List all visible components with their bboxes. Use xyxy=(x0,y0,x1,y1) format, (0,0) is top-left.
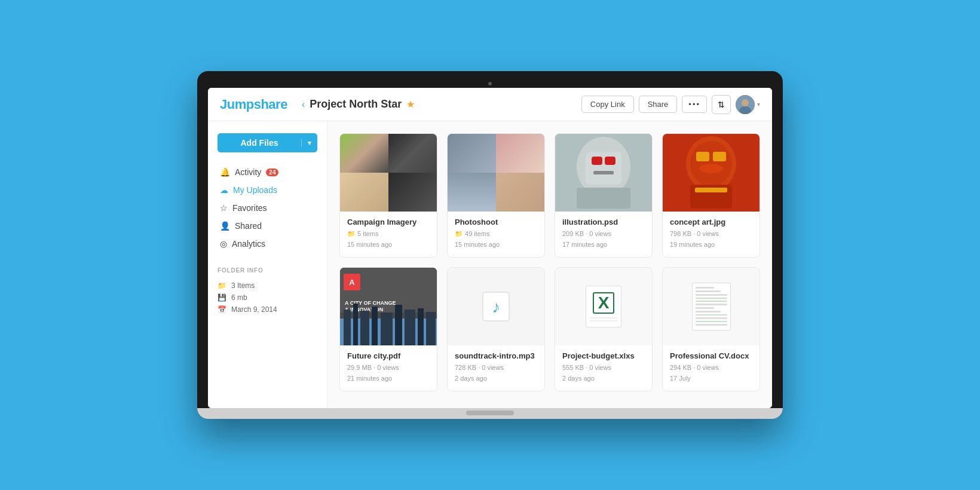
svg-rect-33 xyxy=(426,312,436,345)
sidebar-item-analytics[interactable]: ◎ Analytics xyxy=(218,235,317,253)
svg-text:♪: ♪ xyxy=(492,298,500,316)
cloud-icon: ☁ xyxy=(220,185,228,195)
file-card[interactable]: illustration.psd 209 KB · 0 views 17 min… xyxy=(555,133,653,258)
svg-rect-28 xyxy=(372,307,378,345)
file-thumbnail xyxy=(663,134,760,212)
svg-rect-27 xyxy=(360,311,369,345)
file-thumbnail: X xyxy=(555,268,652,345)
add-files-button[interactable]: Add Files ▾ xyxy=(218,133,317,152)
file-meta: 798 KB · 0 views 19 minutes ago xyxy=(670,229,752,250)
svg-point-15 xyxy=(699,164,723,173)
svg-rect-14 xyxy=(713,152,726,161)
file-thumbnail xyxy=(555,134,652,212)
file-card[interactable]: ♪ soundtrack-intro.mp3 728 KB · 0 views … xyxy=(447,267,545,391)
laptop-base xyxy=(197,408,783,419)
sidebar-item-my-uploads[interactable]: ☁ My Uploads xyxy=(218,181,317,199)
folder-date: March 9, 2014 xyxy=(231,305,277,314)
svg-rect-9 xyxy=(577,188,630,209)
header-actions: Copy Link Share ••• ⇅ ▾ xyxy=(581,95,760,114)
header-breadcrumb: ‹ Project North Star ★ xyxy=(302,98,581,111)
file-card[interactable]: Photoshoot 📁 49 items 15 minutes ago xyxy=(447,133,545,258)
file-name: concept art.jpg xyxy=(670,218,752,226)
doc-file-icon xyxy=(663,268,760,345)
sidebar-item-shared-label: Shared xyxy=(235,221,262,231)
folder-info-date: 📅 March 9, 2014 xyxy=(218,304,317,316)
copy-link-button[interactable]: Copy Link xyxy=(581,96,634,113)
folder-info-items: 📁 3 Items xyxy=(218,280,317,292)
breadcrumb-back-icon[interactable]: ‹ xyxy=(302,99,305,110)
avatar xyxy=(736,95,755,114)
sidebar-item-favorites-label: Favorites xyxy=(232,203,267,213)
bell-icon: 🔔 xyxy=(220,167,230,177)
sidebar-item-favorites[interactable]: ☆ Favorites xyxy=(218,199,317,217)
sidebar-item-activity-label: Activity xyxy=(235,167,261,177)
file-name: Professional CV.docx xyxy=(670,351,752,360)
svg-rect-7 xyxy=(605,157,615,165)
user-avatar-button[interactable]: ▾ xyxy=(736,95,760,114)
file-thumbnail: A A CITY OF CHANGE & INNOVATION xyxy=(340,268,437,345)
more-options-button[interactable]: ••• xyxy=(682,96,707,113)
file-info: Photoshoot 📁 49 items 15 minutes ago xyxy=(448,212,544,257)
file-card[interactable]: Professional CV.docx 294 KB · 0 views 17… xyxy=(662,267,760,391)
excel-file-icon: X xyxy=(555,268,652,345)
svg-rect-30 xyxy=(395,305,402,345)
folder-icon: 📁 xyxy=(218,281,226,290)
sidebar: Add Files ▾ 🔔 Activity 24 ☁ My Uploads ☆… xyxy=(208,121,327,408)
thumb-cell xyxy=(448,134,496,173)
file-info: illustration.psd 209 KB · 0 views 17 min… xyxy=(555,212,652,257)
svg-rect-13 xyxy=(696,152,709,161)
star-outline-icon: ☆ xyxy=(220,203,228,213)
file-name: Future city.pdf xyxy=(347,351,430,360)
sidebar-item-activity[interactable]: 🔔 Activity 24 xyxy=(218,163,317,181)
folder-size: 6 mb xyxy=(231,293,247,302)
sort-button[interactable]: ⇅ xyxy=(712,95,731,114)
svg-rect-25 xyxy=(344,310,351,345)
file-meta: 728 KB · 0 views 2 days ago xyxy=(455,363,537,384)
file-card[interactable]: concept art.jpg 798 KB · 0 views 19 minu… xyxy=(662,133,760,258)
add-files-label: Add Files xyxy=(218,138,301,148)
app-logo: Jumpshare xyxy=(220,97,287,112)
avatar-caret-icon: ▾ xyxy=(757,101,760,108)
thumb-cell xyxy=(388,134,437,173)
file-thumbnail xyxy=(448,134,544,212)
breadcrumb-title: Project North Star xyxy=(310,98,402,111)
sidebar-item-my-uploads-label: My Uploads xyxy=(233,185,277,195)
file-meta: 294 KB · 0 views 17 July xyxy=(670,363,752,384)
file-info: Campaign Imagery 📁 5 items 15 minutes ag… xyxy=(340,212,437,257)
thumb-cell xyxy=(496,173,544,212)
file-name: Project-budget.xlxs xyxy=(562,351,645,360)
svg-rect-29 xyxy=(381,313,393,345)
thumb-cell xyxy=(496,134,544,173)
file-meta: 209 KB · 0 views 17 minutes ago xyxy=(562,229,645,250)
file-card[interactable]: X Project-budget.xlxs 555 KB · 0 views 2… xyxy=(555,267,653,391)
files-grid: Campaign Imagery 📁 5 items 15 minutes ag… xyxy=(339,133,760,391)
file-card[interactable]: A A CITY OF CHANGE & INNOVATION xyxy=(339,267,437,391)
thumb-cell xyxy=(340,134,388,173)
folder-meta-icon: 📁 xyxy=(347,230,357,237)
file-info: concept art.jpg 798 KB · 0 views 19 minu… xyxy=(663,212,760,257)
svg-text:A: A xyxy=(349,278,355,287)
file-name: Campaign Imagery xyxy=(347,218,430,226)
calendar-icon: 📅 xyxy=(218,305,226,314)
add-files-caret-icon[interactable]: ▾ xyxy=(301,139,317,147)
people-icon: 👤 xyxy=(220,221,230,231)
svg-rect-6 xyxy=(592,157,602,165)
svg-rect-8 xyxy=(593,171,614,174)
thumb-cell xyxy=(388,173,437,212)
thumb-cell xyxy=(340,173,388,212)
sidebar-item-shared[interactable]: 👤 Shared xyxy=(218,217,317,235)
file-thumbnail xyxy=(663,268,760,345)
svg-point-1 xyxy=(742,99,749,106)
svg-text:A CITY OF CHANGE: A CITY OF CHANGE xyxy=(345,300,396,306)
file-card[interactable]: Campaign Imagery 📁 5 items 15 minutes ag… xyxy=(339,133,437,258)
file-name: Photoshoot xyxy=(455,218,537,226)
file-thumbnail: ♪ xyxy=(448,268,544,345)
file-info: soundtrack-intro.mp3 728 KB · 0 views 2 … xyxy=(448,345,544,391)
folder-meta-icon: 📁 xyxy=(455,230,465,237)
share-button[interactable]: Share xyxy=(639,96,678,113)
sidebar-item-analytics-label: Analytics xyxy=(232,239,265,249)
file-meta: 📁 49 items 15 minutes ago xyxy=(455,229,537,250)
folder-info-size: 💾 6 mb xyxy=(218,292,317,304)
favorite-star-icon[interactable]: ★ xyxy=(406,99,415,110)
file-info: Professional CV.docx 294 KB · 0 views 17… xyxy=(663,345,760,391)
